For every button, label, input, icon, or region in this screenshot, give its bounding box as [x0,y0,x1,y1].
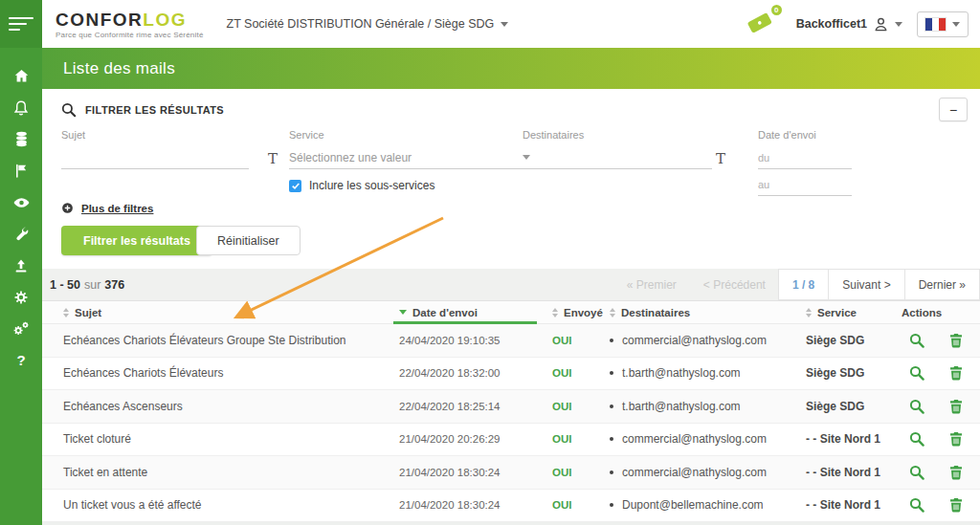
column-header-sent[interactable]: Envoyé [552,307,610,318]
table-row: Echéances Chariots Élévateurs 22/04/2020… [42,358,980,391]
filter-submit-button[interactable]: Filtrer les résultats [61,226,212,255]
chevron-down-icon [952,22,960,27]
menu-toggle-button[interactable] [0,0,42,48]
more-filters-link[interactable]: Plus de filtres [61,202,153,214]
gear-icon [13,290,29,305]
sidebar-nav: ? [0,48,42,376]
logo-text-main: CONFOR [56,10,143,30]
delete-mail-button[interactable] [949,431,963,447]
sidebar: ? [0,0,42,525]
delete-mail-button[interactable] [949,497,963,513]
delete-mail-button[interactable] [949,399,963,414]
sidebar-item-monitoring[interactable] [0,186,42,218]
column-header-recipients[interactable]: Destinataires [610,307,806,318]
check-icon [291,182,301,190]
pagination-last[interactable]: Dernier » [904,269,980,300]
include-subservices-label: Inclure les sous-services [309,179,434,192]
filter-reset-button[interactable]: Réinitialiser [196,226,301,255]
bullet-icon [610,470,613,474]
view-mail-button[interactable] [909,365,924,381]
magnifier-icon [909,431,924,447]
magnifier-icon [909,365,924,381]
cell-subject: Echéances Chariots Élévateurs [42,366,399,380]
subject-input[interactable] [61,146,249,169]
service-select[interactable]: Sélectionnez une valeur [289,146,530,169]
column-header-date[interactable]: Date d'envoi [399,301,552,323]
language-selector[interactable] [917,11,969,37]
view-mail-button[interactable] [909,497,924,513]
service-filter-group: Service Sélectionnez une valeur Inclure … [289,129,530,192]
cell-service: Siège SDG [806,366,902,380]
pagination-previous[interactable]: < Précédent [690,269,779,300]
column-header-subject[interactable]: Sujet [42,307,399,318]
recipients-label: Destinataires [523,129,725,141]
sort-icon [610,308,615,317]
table-row: Echéances Chariots Élévateurs Groupe Ste… [42,324,980,358]
view-mail-button[interactable] [909,465,924,480]
sort-desc-icon [399,310,407,315]
page-title: Liste des mails [63,59,175,78]
view-mail-button[interactable] [909,431,924,447]
search-icon [61,102,77,118]
results-range: 1 - 50 [50,278,80,292]
logo[interactable]: CONFORLOG Parce que Conformité rime avec… [42,7,217,41]
trash-icon [949,333,963,348]
sidebar-item-settings[interactable] [0,281,42,313]
trash-icon [949,399,963,414]
trash-icon [949,365,963,381]
cell-service: Siège SDG [806,334,902,347]
cell-service: - - Site Nord 1 [806,498,902,512]
delete-mail-button[interactable] [949,333,963,348]
date-from-input[interactable] [758,146,852,169]
service-select-value: Sélectionnez une valeur [289,151,412,164]
results-bar: 1 - 50 sur 376 « Premier < Précédent 1 /… [42,269,980,301]
username: Backofficet1 [796,17,867,31]
bullet-icon [610,405,613,408]
tickets-button[interactable]: 0 [744,7,778,41]
context-selector[interactable]: ZT Société DISTRIBUTION Générale / Siège… [227,17,509,31]
delete-mail-button[interactable] [949,465,963,480]
cell-sent: OUI [552,467,610,478]
view-mail-button[interactable] [909,399,924,414]
magnifier-icon [909,399,924,414]
sidebar-item-admin[interactable] [0,313,42,344]
column-header-service[interactable]: Service [806,307,902,318]
sidebar-item-help[interactable]: ? [0,344,42,376]
sidebar-item-tools[interactable] [0,218,42,250]
cell-sent: OUI [552,499,610,511]
hamburger-icon [9,13,33,34]
view-mail-button[interactable] [909,333,924,348]
tickets-badge: 0 [769,3,784,17]
home-icon [13,68,30,84]
context-selector-label: ZT Société DISTRIBUTION Générale / Siège… [227,17,495,31]
trash-icon [949,431,963,447]
sidebar-item-import[interactable] [0,250,42,281]
sidebar-item-flags[interactable] [0,155,42,186]
top-bar: CONFORLOG Parce que Conformité rime avec… [42,0,980,48]
send-date-filter-group: Date d'envoi [758,129,854,196]
subject-filter-group: Sujet T [61,129,283,169]
table-body: Echéances Chariots Élévateurs Groupe Ste… [42,324,980,522]
include-subservices-checkbox[interactable] [289,180,301,192]
cell-subject: Echéances Ascenseurs [42,400,399,413]
filter-panel: FILTRER LES RÉSULTATS − Sujet T Service … [42,89,980,269]
results-total: 376 [104,278,124,292]
table-row: Echéances Ascenseurs 22/04/2020 18:25:14… [42,390,980,424]
date-to-input[interactable] [758,173,852,196]
cell-date: 24/04/2020 19:10:35 [399,335,552,346]
page-banner: Liste des mails [42,48,980,89]
cell-recipient: t.barth@nathyslog.com [610,400,806,413]
pagination-next[interactable]: Suivant > [828,269,904,300]
sidebar-item-data[interactable] [0,123,42,155]
pagination-first[interactable]: « Premier [613,269,690,300]
table-header: Sujet Date d'envoi Envoyé Destinataires … [42,301,980,324]
sidebar-item-home[interactable] [0,60,42,92]
delete-mail-button[interactable] [949,365,963,381]
collapse-filters-button[interactable]: − [939,98,968,121]
user-menu[interactable]: Backofficet1 [796,16,902,33]
filter-panel-title: FILTRER LES RÉSULTATS [61,102,224,118]
magnifier-icon [909,465,924,480]
app-window: ? CONFORLOG Parce que Conformité rime av… [0,0,980,525]
sidebar-item-notifications[interactable] [0,92,42,123]
recipients-input[interactable] [523,146,712,169]
